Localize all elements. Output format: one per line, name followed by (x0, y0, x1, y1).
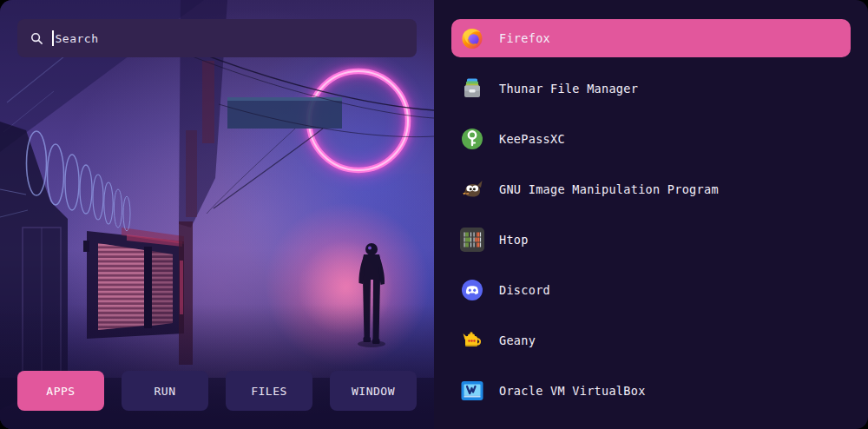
search-input[interactable] (54, 32, 404, 45)
virtualbox-icon (460, 379, 484, 403)
tab-apps[interactable]: APPS (17, 371, 104, 411)
tab-files[interactable]: FILES (226, 371, 312, 411)
thunar-icon (460, 76, 484, 101)
app-item-discord[interactable]: Discord (451, 271, 851, 309)
keepassxc-icon (460, 127, 484, 151)
app-item-firefox[interactable]: Firefox (451, 19, 851, 57)
wallpaper-image (0, 0, 434, 429)
app-item-thunar-file-manager[interactable]: Thunar File Manager (451, 69, 851, 108)
app-item-keepassxc[interactable]: KeePassXC (451, 120, 851, 158)
htop-icon (460, 228, 484, 252)
discord-icon (460, 278, 484, 302)
tab-window[interactable]: WINDOW (330, 371, 417, 411)
mode-tabs: APPS RUN FILES WINDOW (17, 371, 417, 411)
search-icon (30, 32, 43, 45)
app-item-htop[interactable]: Htop (451, 221, 851, 259)
geany-icon (460, 328, 484, 353)
app-item-geany[interactable]: Geany (451, 321, 851, 360)
gimp-icon (460, 177, 484, 201)
firefox-icon (460, 26, 484, 50)
tab-run[interactable]: RUN (122, 371, 208, 411)
left-panel: APPS RUN FILES WINDOW (0, 0, 434, 429)
app-list: Firefox Thunar File Manager KeePassXC GN… (434, 0, 868, 429)
search-bar[interactable] (17, 19, 417, 57)
app-item-oracle-vm-virtualbox[interactable]: Oracle VM VirtualBox (451, 372, 851, 410)
app-item-gnu-image-manipulation-program[interactable]: GNU Image Manipulation Program (451, 170, 851, 208)
app-launcher-window: APPS RUN FILES WINDOW Firefox Thunar Fil… (0, 0, 868, 429)
